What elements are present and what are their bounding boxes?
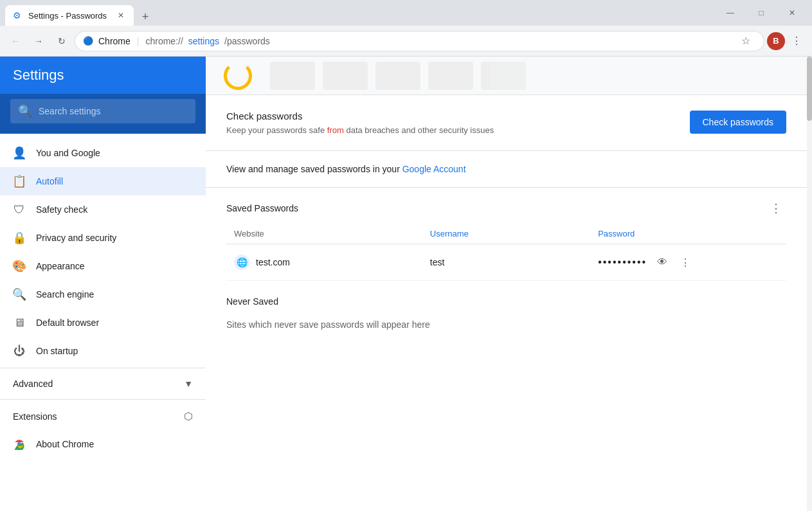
check-passwords-section: Check passwords Keep your passwords safe… (206, 95, 807, 151)
password-column-header: Password (590, 224, 786, 244)
scrollbar-track[interactable] (807, 57, 812, 511)
user-avatar[interactable]: B (767, 32, 785, 50)
sidebar-item-extensions[interactable]: Extensions ⬡ (0, 402, 206, 430)
sync-images-row (206, 57, 807, 95)
window-controls: — □ ✕ (716, 3, 807, 23)
palette-icon: 🎨 (13, 260, 26, 273)
sidebar-item-you-and-google[interactable]: 👤 You and Google (0, 139, 206, 167)
minimize-button[interactable]: — (716, 3, 745, 23)
main-area: Settings 🔍 👤 You and Google 📋 Autofill (0, 57, 812, 511)
maximize-button[interactable]: □ (746, 3, 776, 23)
reload-button[interactable]: ↻ (51, 31, 72, 51)
saved-passwords-title: Saved Passwords (226, 203, 298, 213)
sidebar-label-autofill: Autofill (36, 176, 193, 186)
content-inner: Check passwords Keep your passwords safe… (206, 57, 807, 350)
sidebar-label-extensions: Extensions (13, 411, 174, 422)
browser-toolbar: ← → ↻ 🔵 Chrome | chrome://settings/passw… (0, 26, 812, 57)
sidebar-label-appearance: Appearance (36, 261, 193, 271)
tab-bar: ⚙ Settings - Passwords ✕ + (5, 0, 713, 26)
person-icon: 👤 (13, 147, 26, 159)
saved-passwords-more-button[interactable]: ⋮ (766, 198, 786, 219)
settings-content: Check passwords Keep your passwords safe… (206, 57, 807, 511)
sidebar-nav: 👤 You and Google 📋 Autofill 🛡 Safety che… (0, 134, 206, 511)
from-text: from (327, 125, 344, 135)
sidebar-label-about-chrome: About Chrome (36, 439, 193, 449)
passwords-table-body: 🌐 test.com test •••••••••• � (226, 244, 786, 281)
forward-button[interactable]: → (28, 31, 49, 51)
passwords-table-header: Website Username Password (226, 224, 786, 244)
check-passwords-button[interactable]: Check passwords (690, 111, 787, 134)
sidebar-item-appearance[interactable]: 🎨 Appearance (0, 252, 206, 280)
sync-ring (224, 62, 252, 90)
sidebar-item-on-startup[interactable]: ⏻ On startup (0, 337, 206, 365)
sidebar-item-autofill[interactable]: 📋 Autofill (0, 167, 206, 195)
never-saved-empty-text: Sites which never save passwords will ap… (226, 314, 786, 335)
table-row: 🌐 test.com test •••••••••• � (226, 244, 786, 281)
chrome-logo-icon: 🔵 (83, 36, 93, 46)
search-box[interactable]: 🔍 (10, 99, 195, 123)
never-saved-title: Never Saved (226, 296, 786, 307)
tab-title: Settings - Passwords (28, 11, 107, 21)
password-cell: •••••••••• 👁 ⋮ (590, 244, 786, 281)
address-bar-right: ☆ (735, 31, 756, 51)
close-button[interactable]: ✕ (777, 3, 807, 23)
url-path: settings (188, 36, 219, 46)
privacy-icon: 🔒 (13, 231, 26, 244)
external-link-icon: ⬡ (184, 410, 193, 422)
sidebar-item-advanced[interactable]: Advanced ▼ (0, 371, 206, 397)
sidebar: Settings 🔍 👤 You and Google 📋 Autofill (0, 57, 206, 511)
scrollbar-thumb[interactable] (807, 57, 812, 121)
saved-passwords-section: Saved Passwords ⋮ Website Username Passw… (206, 188, 807, 281)
star-icon[interactable]: ☆ (735, 31, 756, 51)
show-password-button[interactable]: 👁 (652, 252, 672, 273)
sidebar-label-default-browser: Default browser (36, 318, 193, 328)
check-passwords-text: Check passwords Keep your passwords safe… (226, 111, 494, 135)
browser-icon: 🖥 (13, 316, 26, 329)
active-tab[interactable]: ⚙ Settings - Passwords ✕ (5, 5, 134, 26)
url-chrome-label: Chrome (98, 36, 131, 46)
sidebar-item-search-engine[interactable]: 🔍 Search engine (0, 280, 206, 309)
sidebar-item-safety-check[interactable]: 🛡 Safety check (0, 195, 206, 224)
url-protocol: chrome:// (145, 36, 183, 46)
sidebar-label-you-and-google: You and Google (36, 148, 193, 158)
tab-settings-icon: ⚙ (13, 10, 23, 21)
search-input[interactable] (39, 106, 188, 116)
nav-divider-2 (0, 399, 206, 400)
settings-title: Settings (0, 57, 206, 94)
sidebar-label-search-engine: Search engine (36, 289, 193, 300)
url-separator: | (137, 36, 140, 46)
password-row-more-button[interactable]: ⋮ (675, 252, 696, 273)
account-link-prefix: View and manage saved passwords in your (226, 164, 402, 174)
sidebar-item-default-browser[interactable]: 🖥 Default browser (0, 309, 206, 337)
account-link-section: View and manage saved passwords in your … (206, 151, 807, 188)
back-button[interactable]: ← (5, 31, 26, 51)
autofill-icon: 📋 (13, 175, 26, 188)
address-bar[interactable]: 🔵 Chrome | chrome://settings/passwords ☆ (75, 31, 764, 51)
check-passwords-description: Keep your passwords safe from data breac… (226, 125, 494, 135)
title-bar: ⚙ Settings - Passwords ✕ + — □ ✕ (0, 0, 812, 26)
site-favicon-icon: 🌐 (234, 255, 249, 270)
chevron-down-icon: ▼ (184, 379, 193, 389)
tab-close-button[interactable]: ✕ (116, 10, 126, 21)
check-passwords-title: Check passwords (226, 111, 494, 121)
search-engine-icon: 🔍 (13, 288, 26, 301)
never-saved-section: Never Saved Sites which never save passw… (206, 281, 807, 350)
sidebar-item-about-chrome[interactable]: About Chrome (0, 430, 206, 458)
sidebar-label-safety-check: Safety check (36, 204, 193, 215)
sync-ring-icon (219, 60, 257, 92)
new-tab-button[interactable]: + (136, 8, 154, 26)
sidebar-item-privacy-security[interactable]: 🔒 Privacy and security (0, 224, 206, 252)
toolbar-icons: B ⋮ (767, 31, 807, 51)
shield-icon: 🛡 (13, 203, 26, 216)
menu-icon[interactable]: ⋮ (786, 31, 807, 51)
power-icon: ⏻ (13, 345, 26, 357)
sidebar-label-on-startup: On startup (36, 346, 193, 356)
password-dots: •••••••••• (598, 256, 647, 268)
search-icon: 🔍 (18, 104, 32, 118)
username-column-header: Username (422, 224, 590, 244)
passwords-table: Website Username Password 🌐 test.co (226, 224, 786, 281)
sidebar-label-privacy: Privacy and security (36, 233, 193, 243)
website-column-header: Website (226, 224, 422, 244)
sidebar-search-area: 🔍 (0, 94, 206, 134)
google-account-link[interactable]: Google Account (402, 164, 466, 174)
